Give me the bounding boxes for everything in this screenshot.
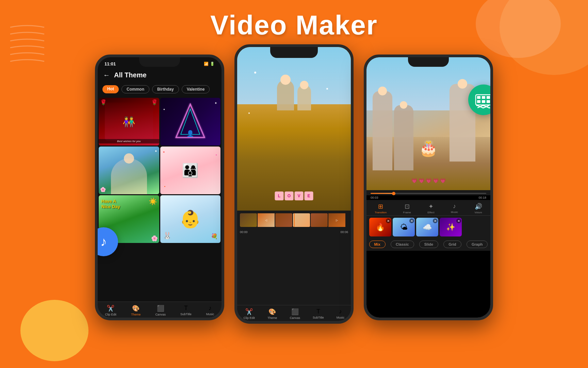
nav-music[interactable]: ♪ Music — [206, 305, 214, 316]
frame-marker: ◁ — [265, 219, 267, 222]
p3-end-time: 00:18 — [478, 196, 486, 199]
option-graph[interactable]: Graph — [467, 241, 488, 248]
app-title: Video Maker — [210, 10, 378, 41]
phones-container: 11:01 📶 🔋 ← All Theme Hot Common Birthda… — [0, 44, 588, 324]
filter-birthday[interactable]: Birthday — [152, 85, 179, 93]
progress-track[interactable] — [371, 193, 486, 194]
effect-remove-3[interactable]: ✕ — [433, 218, 438, 223]
frame-3[interactable] — [275, 213, 292, 227]
back-button[interactable]: ← — [103, 71, 110, 79]
transition-icon: ⊞ — [378, 203, 383, 210]
baby-icon: 👶 — [180, 209, 201, 229]
p2-clip-edit-icon: ✂️ — [245, 308, 253, 316]
confetti-2: ● — [215, 153, 217, 156]
frame-5[interactable] — [311, 213, 328, 227]
volum-icon: 🔊 — [475, 203, 482, 210]
p1-filter-bar: Hot Common Birthday Valentine — [98, 83, 222, 97]
p2-music-label: Music — [337, 316, 345, 319]
effect-label: Effect — [427, 211, 434, 214]
p3-tab-effect[interactable]: ✦ Effect — [427, 203, 434, 214]
nav-theme[interactable]: 🎨 Theme — [131, 305, 141, 316]
theme-icon: 🎨 — [132, 305, 140, 312]
p2-theme-label: Theme — [267, 316, 277, 320]
effect-remove-2[interactable]: ✕ — [409, 218, 414, 223]
phone-1: 11:01 📶 🔋 ← All Theme Hot Common Birthda… — [95, 55, 224, 320]
sparkle-1: ✦ — [214, 101, 217, 105]
effect-thumb-fire[interactable]: ✕ 🔥 — [369, 218, 391, 236]
p2-nav-theme[interactable]: 🎨 Theme — [267, 308, 277, 320]
p3-tab-frame[interactable]: ⊡ Frame — [403, 203, 411, 214]
grid-item-neon[interactable]: 👤 ✦ ✦ — [160, 98, 221, 145]
p2-bottom-nav: ✂️ Clip Edit 🎨 Theme ⬛ Canvas T SubTitle — [237, 305, 351, 321]
nav-subtitle[interactable]: T SubTitle — [180, 305, 192, 316]
couple-icon: 👨‍👩‍👦 — [182, 163, 199, 179]
p3-effects-strip: ✕ 🔥 ✕ 🌤 ✕ ☁️ — [366, 216, 490, 239]
filter-hot[interactable]: Hot — [102, 85, 119, 93]
grid-item-nature[interactable]: 🌸 ✦ — [99, 147, 159, 194]
grid-item-romantic[interactable]: 👫 Best wishes for you 🌹 🌹 — [99, 98, 159, 145]
p3-tab-music[interactable]: ♪ Music — [451, 203, 458, 214]
music-nav-icon: ♪ — [209, 305, 212, 312]
p3-tab-volum[interactable]: 🔊 Volum — [474, 203, 482, 214]
filter-valentine[interactable]: Valentine — [182, 85, 210, 93]
p3-progress-bar — [366, 190, 490, 195]
frame-6[interactable]: ▷ — [328, 213, 345, 227]
pink-thumb: 👨‍👩‍👦 — [160, 147, 221, 194]
effect-remove-1[interactable]: ✕ — [386, 218, 391, 223]
p1-status-icons: 📶 🔋 — [204, 62, 215, 66]
p2-nav-canvas[interactable]: ⬛ Canvas — [290, 308, 300, 320]
p2-theme-icon: 🎨 — [268, 308, 276, 316]
purple-icon: ✨ — [446, 223, 455, 232]
effect-thumb-sky2[interactable]: ✕ ☁️ — [416, 218, 438, 236]
p2-music-icon: ♪ — [339, 308, 342, 315]
p3-tab-bar: ⊞ Transition ⊡ Frame ✦ Effect ♪ Music — [366, 200, 490, 216]
fire-icon: 🔥 — [376, 223, 385, 232]
option-mix[interactable]: Mix — [369, 241, 386, 248]
progress-dot — [392, 192, 395, 195]
heart-2: 💗 — [419, 178, 424, 183]
neon-person: 👤 — [186, 130, 194, 137]
romantic-thumb: 👫 — [99, 98, 159, 145]
p3-music-label: Music — [451, 211, 458, 214]
birthday-cake: 🎂 — [419, 139, 438, 157]
p2-canvas-icon: ⬛ — [291, 308, 299, 316]
p1-header: ← All Theme — [98, 68, 222, 83]
phone-1-notch — [139, 57, 180, 67]
effect-thumb-purple[interactable]: ✕ ✨ — [440, 218, 462, 236]
grid-item-pink[interactable]: 👨‍👩‍👦 ● ● ● — [160, 147, 221, 194]
effect-remove-4[interactable]: ✕ — [456, 218, 461, 223]
battery-icon: 🔋 — [210, 62, 215, 66]
timeline-cursor: ◁ ▷ — [240, 213, 348, 227]
p3-current-time: 00:03 — [371, 196, 378, 199]
effect-icon: ✦ — [428, 203, 434, 210]
frame-6-content: ▷ — [328, 213, 345, 227]
frame-4[interactable] — [293, 213, 310, 227]
option-grid[interactable]: Grid — [443, 241, 461, 248]
frame-1[interactable] — [240, 213, 257, 227]
p2-start-time: 00:00 — [240, 230, 248, 234]
canvas-label: Canvas — [155, 313, 166, 316]
grid-item-baby[interactable]: 👶 🐰 💐 — [160, 195, 221, 243]
phone-3-notch — [408, 57, 449, 67]
phone-2: L O V E — [234, 44, 354, 324]
effect-thumb-sky1[interactable]: ✕ 🌤 — [393, 218, 415, 236]
heart-3: 💗 — [426, 178, 431, 183]
sparkle-2: ✦ — [163, 108, 165, 111]
p2-nav-clip-edit[interactable]: ✂️ Clip Edit — [244, 308, 255, 320]
option-classic[interactable]: Classic — [391, 241, 414, 248]
filter-common[interactable]: Common — [121, 85, 149, 93]
subtitle-label: SubTitle — [180, 312, 192, 316]
confetti-1: ● — [163, 150, 165, 154]
nav-clip-edit[interactable]: ✂️ Clip Edit — [105, 305, 117, 316]
p2-nav-subtitle[interactable]: T SubTitle — [313, 308, 324, 320]
nav-canvas[interactable]: ⬛ Canvas — [155, 305, 166, 316]
option-slide[interactable]: Slide — [419, 241, 438, 248]
p2-time-bar: 00:00 00:06 — [237, 230, 351, 234]
phone-2-notch — [270, 47, 318, 58]
hearts-overlay: 💗 💗 💗 💗 💗 — [370, 178, 487, 183]
kid-1-head — [378, 87, 387, 95]
p3-tab-transition[interactable]: ⊞ Transition — [375, 203, 387, 214]
p2-nav-music[interactable]: ♪ Music — [337, 308, 345, 320]
frame-2[interactable]: ◁ — [258, 213, 275, 227]
p3-music-icon: ♪ — [453, 203, 456, 210]
